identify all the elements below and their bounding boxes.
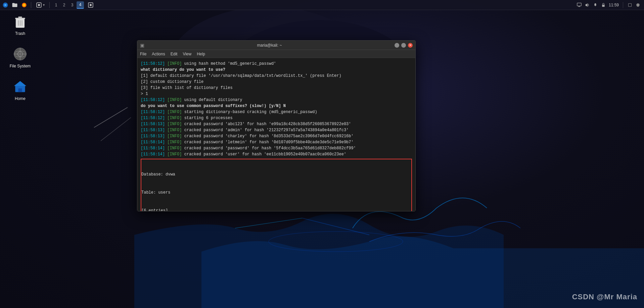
- security-icon: [635, 2, 641, 8]
- svg-point-9: [23, 4, 26, 6]
- svg-rect-20: [18, 16, 22, 18]
- workspace-3[interactable]: 3: [68, 1, 76, 9]
- clock: 11:59: [609, 3, 619, 7]
- output-line-10: [11:58:12] [INFO] starting 6 processes: [141, 115, 412, 121]
- workspace-switcher: 1 2 3 4: [52, 1, 84, 9]
- menu-view[interactable]: View: [183, 52, 191, 56]
- terminal-title: maria@kali: ~: [147, 43, 392, 48]
- csdn-watermark: CSDN @Mr Maria: [572, 293, 637, 301]
- filesystem-icon-img: [12, 46, 28, 62]
- file-manager-button[interactable]: [11, 1, 19, 9]
- output-line-11: [11:58:13] [INFO] cracked password 'abc1…: [141, 121, 412, 127]
- db-table-line: Table: users: [141, 190, 411, 196]
- output-line-5: [3] file with list of dictionary files: [141, 85, 412, 91]
- svg-rect-14: [577, 3, 581, 6]
- output-line-12: [11:58:13] [INFO] cracked password 'admi…: [141, 127, 412, 133]
- svg-point-13: [90, 4, 92, 6]
- menu-help[interactable]: Help: [197, 52, 205, 56]
- svg-rect-31: [18, 89, 22, 92]
- menu-edit[interactable]: Edit: [171, 52, 178, 56]
- volume-icon[interactable]: [585, 2, 590, 8]
- trash-icon-img: [12, 13, 28, 30]
- window-controls: ✕: [395, 43, 413, 48]
- db-name-line: Database: dvwa: [141, 171, 411, 177]
- home-label: Home: [15, 96, 26, 101]
- home-icon[interactable]: Home: [7, 79, 34, 101]
- svg-point-11: [38, 4, 40, 6]
- menu-actions[interactable]: Actions: [152, 52, 165, 56]
- active-app-indicator[interactable]: [87, 1, 95, 9]
- output-line-15: [11:58:14] [INFO] cracked password 'pass…: [141, 145, 412, 151]
- taskbar-right-divider: [623, 2, 623, 8]
- taskbar-right: 11:59: [577, 2, 644, 8]
- workspace-4[interactable]: 4: [77, 1, 84, 9]
- terminal-output[interactable]: [11:58:12] [INFO] using hash method 'md5…: [137, 58, 415, 211]
- desktop-icons-area: Trash File System Home: [7, 13, 34, 101]
- output-line-3: [1] default dictionary file '/usr/share/…: [141, 73, 412, 79]
- kali-menu-button[interactable]: [1, 1, 9, 9]
- taskbar: ▾ 1 2 3 4: [0, 0, 644, 10]
- terminal-titlebar: ▣ maria@kali: ~ ✕: [137, 41, 415, 50]
- svg-rect-17: [629, 3, 632, 6]
- output-line-7: [11:58:12] [INFO] using default dictiona…: [141, 97, 412, 103]
- db-entries-line: [6 entries]: [141, 208, 411, 211]
- output-line-8: do you want to use common password suffi…: [141, 103, 412, 109]
- screenshot-button[interactable]: ▾: [34, 1, 47, 9]
- output-line-14: [11:58:14] [INFO] cracked password 'letm…: [141, 139, 412, 145]
- lock-icon: [601, 2, 606, 8]
- svg-marker-30: [14, 81, 27, 86]
- maximize-button[interactable]: [401, 43, 406, 48]
- taskbar-divider-2: [49, 2, 50, 8]
- terminal-window: ▣ maria@kali: ~ ✕ File Actions Edit View…: [137, 40, 416, 211]
- workspace-1[interactable]: 1: [52, 1, 60, 9]
- close-button[interactable]: ✕: [408, 43, 413, 48]
- filesystem-icon[interactable]: File System: [7, 46, 34, 68]
- screen-icon: [627, 2, 633, 8]
- output-line-4: [2] custom dictionary file: [141, 79, 412, 85]
- output-line-1: [11:58:12] [INFO] using hash method 'md5…: [141, 61, 412, 67]
- svg-rect-16: [602, 5, 605, 7]
- trash-label: Trash: [15, 31, 25, 36]
- trash-icon[interactable]: Trash: [7, 13, 34, 36]
- svg-rect-19: [15, 18, 25, 19]
- svg-rect-15: [578, 6, 580, 7]
- taskbar-left: ▾ 1 2 3 4: [0, 1, 95, 9]
- terminal-title-icon: ▣: [140, 43, 144, 48]
- firefox-button[interactable]: [20, 1, 28, 9]
- output-line-13: [11:58:13] [INFO] cracked password 'char…: [141, 133, 412, 139]
- db-results-table: Database: dvwa Table: users [6 entries] …: [141, 159, 412, 211]
- workspace-2[interactable]: 2: [60, 1, 68, 9]
- home-icon-img: [12, 79, 28, 95]
- output-line-2: what dictionary do you want to use?: [141, 67, 412, 73]
- output-line-6: > 1: [141, 91, 412, 97]
- db-table-content: Database: dvwa Table: users [6 entries] …: [141, 159, 411, 211]
- taskbar-divider-1: [31, 2, 31, 8]
- output-line-9: [11:58:12] [INFO] starting dictionary-ba…: [141, 109, 412, 115]
- terminal-menubar: File Actions Edit View Help: [137, 50, 415, 58]
- notification-icon[interactable]: [593, 2, 598, 8]
- output-line-16: [11:58:14] [INFO] cracked password 'user…: [141, 151, 412, 157]
- filesystem-label: File System: [10, 64, 31, 68]
- menu-file[interactable]: File: [140, 52, 146, 56]
- minimize-button[interactable]: [395, 43, 399, 48]
- monitor-icon: [577, 2, 582, 8]
